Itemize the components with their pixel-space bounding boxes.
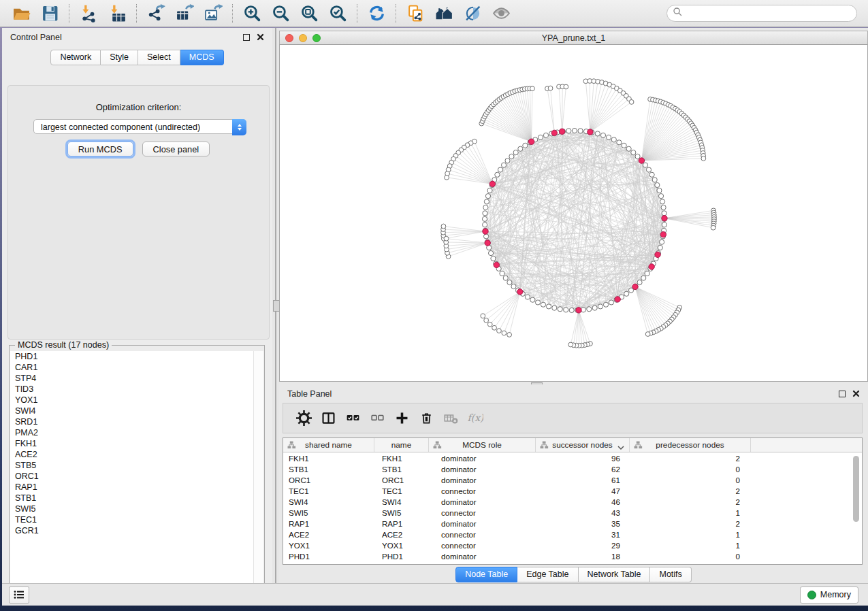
network-node[interactable] — [572, 128, 577, 133]
network-node[interactable] — [507, 333, 512, 337]
network-node[interactable] — [609, 300, 613, 305]
network-node[interactable] — [595, 131, 600, 136]
mcds-node[interactable] — [494, 262, 499, 267]
cell-shared-name[interactable]: SWI5 — [283, 508, 374, 517]
mcds-result-item[interactable]: PHD1 — [10, 351, 263, 362]
import-table-icon[interactable] — [107, 3, 127, 24]
network-node[interactable] — [541, 302, 545, 307]
mcds-result-item[interactable]: TID3 — [10, 384, 263, 395]
deselect-all-rows-icon[interactable] — [365, 410, 389, 427]
mcds-node[interactable] — [655, 252, 660, 257]
cell-name[interactable]: PHD1 — [374, 552, 429, 561]
cell-name[interactable]: ACE2 — [374, 530, 429, 539]
network-node[interactable] — [558, 307, 562, 312]
cell-name[interactable]: FKH1 — [374, 454, 429, 463]
cell-MCDS-role[interactable]: connector — [429, 486, 536, 495]
mcds-result-item[interactable]: GCR1 — [10, 525, 263, 536]
network-node[interactable] — [652, 178, 657, 182]
mcds-result-item[interactable]: TEC1 — [10, 514, 263, 525]
mcds-result-item[interactable]: SWI4 — [10, 406, 263, 416]
tab-select[interactable]: Select — [138, 50, 180, 65]
network-node[interactable] — [481, 314, 485, 318]
mcds-node[interactable] — [639, 158, 644, 163]
mcds-result-item[interactable]: FKH1 — [10, 438, 263, 449]
network-node[interactable] — [611, 137, 616, 142]
table-row[interactable]: RAP1RAP1dominator352 — [283, 518, 862, 529]
network-node[interactable] — [482, 216, 487, 221]
mcds-result-item[interactable]: STB5 — [10, 460, 263, 471]
mcds-result-item[interactable]: ACE2 — [10, 449, 263, 460]
network-node[interactable] — [658, 245, 662, 250]
network-node[interactable] — [509, 154, 514, 159]
cell-shared-name[interactable]: SWI4 — [283, 497, 374, 506]
mcds-node[interactable] — [576, 308, 581, 313]
close-panel-icon[interactable] — [257, 31, 264, 44]
network-node[interactable] — [662, 222, 666, 227]
import-network-icon[interactable] — [78, 3, 99, 24]
cell-name[interactable]: RAP1 — [374, 519, 429, 528]
tab-mcds[interactable]: MCDS — [180, 50, 224, 65]
column-header-shared-name[interactable]: shared name — [283, 438, 374, 452]
export-table-icon[interactable] — [174, 3, 195, 24]
hide-graphics-details-icon[interactable] — [462, 3, 483, 24]
network-node[interactable] — [538, 135, 543, 139]
table-row[interactable]: PHD1PHD1dominator180 — [283, 550, 862, 561]
network-node[interactable] — [518, 146, 523, 151]
cell-shared-name[interactable]: ACE2 — [283, 530, 374, 539]
mcds-result-item[interactable]: SRD1 — [10, 416, 263, 427]
network-node[interactable] — [661, 205, 666, 210]
network-node[interactable] — [566, 129, 571, 133]
mcds-node[interactable] — [662, 216, 667, 221]
network-node[interactable] — [645, 271, 649, 276]
cell-predecessor-nodes[interactable]: 2 — [630, 486, 751, 495]
delete-rows-icon[interactable] — [414, 410, 438, 427]
dropdown-stepper-icon[interactable] — [232, 119, 246, 135]
sort-desc-icon[interactable] — [617, 443, 624, 452]
network-node[interactable] — [483, 222, 487, 227]
float-panel-icon[interactable] — [243, 34, 250, 41]
open-file-icon[interactable] — [11, 3, 31, 24]
cell-successor-nodes[interactable]: 47 — [536, 486, 630, 495]
tab-style[interactable]: Style — [101, 50, 138, 65]
network-node[interactable] — [492, 325, 497, 330]
cell-predecessor-nodes[interactable]: 1 — [630, 541, 751, 550]
network-node[interactable] — [658, 194, 663, 199]
cell-MCDS-role[interactable]: connector — [429, 508, 536, 517]
network-node[interactable] — [505, 158, 510, 163]
column-header-successor-nodes[interactable]: successor nodes — [536, 438, 630, 452]
cell-name[interactable]: SWI4 — [374, 497, 429, 506]
mcds-result-item[interactable]: CAR1 — [10, 362, 263, 373]
cell-shared-name[interactable]: ORC1 — [283, 476, 374, 484]
cell-MCDS-role[interactable]: dominator — [429, 552, 536, 561]
network-node[interactable] — [645, 332, 650, 337]
network-node[interactable] — [502, 331, 507, 335]
cell-successor-nodes[interactable]: 62 — [536, 465, 630, 474]
table-row[interactable]: SWI5SWI5connector431 — [283, 507, 862, 518]
refresh-icon[interactable] — [366, 3, 387, 24]
cell-name[interactable]: STB1 — [374, 465, 429, 474]
mcds-result-item[interactable]: RAP1 — [10, 482, 263, 493]
network-node[interactable] — [646, 167, 651, 172]
mcds-node[interactable] — [489, 181, 495, 186]
tab-motifs[interactable]: Motifs — [650, 567, 691, 582]
network-node[interactable] — [523, 143, 528, 148]
network-node[interactable] — [641, 276, 646, 280]
network-canvas[interactable] — [279, 45, 868, 382]
zoom-out-icon[interactable] — [270, 3, 291, 24]
network-node[interactable] — [495, 172, 500, 177]
network-node[interactable] — [483, 211, 487, 216]
cell-shared-name[interactable]: FKH1 — [283, 454, 374, 463]
homes-icon[interactable] — [434, 3, 454, 24]
zoom-selected-icon[interactable] — [327, 3, 348, 24]
close-table-panel-icon[interactable] — [852, 388, 860, 400]
cell-MCDS-role[interactable]: dominator — [429, 497, 536, 506]
network-node[interactable] — [525, 295, 530, 299]
network-node[interactable] — [637, 280, 642, 284]
network-node[interactable] — [535, 300, 540, 305]
network-node[interactable] — [491, 256, 496, 261]
mcds-node[interactable] — [528, 139, 534, 144]
cell-shared-name[interactable]: YOX1 — [283, 541, 374, 550]
cell-successor-nodes[interactable]: 31 — [536, 530, 630, 539]
network-node[interactable] — [662, 211, 666, 216]
cell-MCDS-role[interactable]: dominator — [429, 476, 536, 484]
